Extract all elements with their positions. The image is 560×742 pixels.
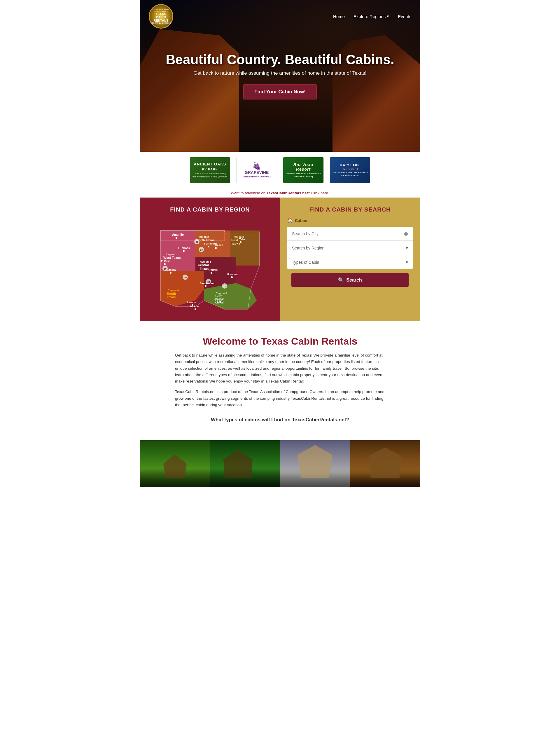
search-city-field[interactable]: ◎ (287, 227, 413, 241)
welcome-section: Welcome to Texas Cabin Rentals Get back … (140, 321, 420, 437)
chevron-down-icon: ▾ (387, 14, 389, 19)
location-icon: ◎ (404, 231, 408, 236)
cabin-types-question: What types of cabins will I find on Texa… (175, 417, 385, 423)
svg-text:Region 3: Region 3 (233, 235, 244, 238)
welcome-para-1: Get back to nature while assuming the am… (175, 352, 385, 384)
svg-text:South: South (167, 292, 176, 295)
svg-text:Coast: Coast (214, 298, 223, 301)
nav-home[interactable]: Home (333, 14, 345, 19)
svg-point-9 (183, 250, 185, 252)
svg-text:West Texas: West Texas (163, 256, 181, 259)
svg-text:Region 1: Region 1 (166, 253, 177, 256)
svg-point-11 (164, 263, 166, 265)
svg-text:Amarillo: Amarillo (172, 233, 184, 236)
advertise-bar: Want to advertise on TexasCabinRentals.n… (140, 189, 420, 198)
region-section: FIND A CABIN BY REGION .region1 { fill: … (140, 198, 280, 321)
main-nav: Vacation Rentals Across Texas TexasCabin… (140, 0, 420, 33)
chevron-down-icon-2: ▾ (406, 259, 408, 265)
svg-text:10: 10 (164, 268, 167, 270)
chevron-down-icon: ▾ (406, 245, 408, 251)
svg-text:27: 27 (196, 241, 198, 243)
svg-text:35: 35 (207, 281, 210, 283)
partner-katy-lake[interactable]: KATY LAKE RV RESORT 18 Acres on a 6 Acre… (330, 157, 371, 183)
type-dropdown-label: Types of Cabin (292, 260, 406, 265)
svg-text:Region 4: Region 4 (200, 260, 211, 263)
search-button-wrap: 🔍 Search (287, 269, 413, 291)
cabins-label: 🏠 Cabins (287, 218, 413, 223)
svg-text:Austin: Austin (210, 268, 218, 271)
svg-point-25 (231, 276, 233, 278)
search-type-field[interactable]: Types of Cabin ▾ (287, 255, 413, 269)
search-section: FIND A CABIN BY SEARCH 🏠 Cabins ◎ Search… (280, 198, 420, 321)
nav-links: Home Explore Regions ▾ Events (333, 14, 411, 19)
nav-explore[interactable]: Explore Regions ▾ (353, 14, 389, 19)
nav-events[interactable]: Events (398, 14, 411, 19)
hero-title: Beautiful Country. Beautiful Cabins. (166, 52, 394, 67)
search-region-field[interactable]: Search by Region ▾ (287, 241, 413, 255)
svg-text:20: 20 (200, 249, 203, 251)
search-icon: 🔍 (338, 277, 344, 283)
svg-text:Gulf: Gulf (215, 294, 222, 298)
svg-text:Region 2: Region 2 (198, 235, 209, 238)
rio-vista-tagline: Vacation rentals in the beautiful Texas … (286, 172, 321, 178)
svg-text:Texas: Texas (167, 295, 176, 299)
search-title: FIND A CABIN BY SEARCH (287, 206, 413, 213)
svg-point-21 (211, 272, 212, 274)
svg-text:Texas: Texas (200, 267, 209, 270)
svg-text:10: 10 (184, 276, 187, 279)
svg-text:Lubbock: Lubbock (178, 247, 190, 250)
welcome-para-2: TexasCabinRentals.net is a product of th… (175, 389, 385, 408)
ancient-oaks-tagline: Quiet Atmosphere & Hospitality will embr… (192, 172, 228, 178)
texas-map-container: .region1 { fill: #c44a6a; } .region2 { f… (146, 219, 274, 312)
svg-text:Region 6: Region 6 (168, 289, 179, 292)
svg-point-13 (170, 272, 171, 274)
welcome-title: Welcome to Texas Cabin Rentals (175, 335, 385, 347)
bottom-photos (140, 440, 420, 487)
svg-point-23 (205, 285, 207, 287)
svg-point-15 (208, 246, 210, 248)
svg-text:Dallas: Dallas (215, 244, 223, 247)
cabin-photo-3 (280, 440, 350, 487)
svg-text:10: 10 (223, 285, 226, 288)
svg-text:Odessa: Odessa (166, 268, 176, 271)
partner-grapevine[interactable]: 🍇 GRAPEVINE VINEYARDS CAMPING (236, 157, 277, 183)
cabin-photo-2 (210, 440, 280, 487)
cabin-photo-4 (350, 440, 420, 487)
site-logo[interactable]: Vacation Rentals Across Texas TexasCabin… (149, 4, 173, 29)
cabin-photo-1 (140, 440, 210, 487)
advertise-link[interactable]: TexasCabinRentals.net? (267, 191, 310, 195)
svg-marker-0 (160, 230, 195, 271)
main-grid: FIND A CABIN BY REGION .region1 { fill: … (140, 198, 420, 321)
svg-text:Laredo: Laredo (187, 301, 196, 304)
svg-text:Christi: Christi (215, 301, 224, 304)
svg-point-7 (176, 237, 177, 239)
partner-ancient-oaks[interactable]: ANCIENT OAKS RV PARK Quiet Atmosphere & … (189, 157, 230, 183)
svg-point-17 (215, 247, 217, 249)
svg-text:Central: Central (198, 263, 209, 267)
hero-content: Beautiful Country. Beautiful Cabins. Get… (160, 46, 400, 106)
svg-text:Texas: Texas (231, 242, 240, 246)
partner-rio-vista[interactable]: Rio Vista Resort Vacation rentals in the… (283, 157, 324, 183)
search-city-input[interactable] (292, 231, 404, 236)
home-icon: 🏠 (287, 218, 293, 223)
region-title: FIND A CABIN BY REGION (146, 206, 274, 213)
region-dropdown-label: Search by Region (292, 246, 406, 250)
hero-subtitle: Get back to nature while assuming the am… (166, 70, 394, 76)
svg-text:El Paso: El Paso (161, 260, 171, 263)
svg-text:East: East (231, 238, 238, 242)
hero-cta-button[interactable]: Find Your Cabin Now! (243, 84, 317, 100)
search-button[interactable]: 🔍 Search (291, 273, 409, 287)
partners-section: ANCIENT OAKS RV PARK Quiet Atmosphere & … (140, 152, 420, 189)
texas-map-svg[interactable]: .region1 { fill: #c44a6a; } .region2 { f… (155, 219, 266, 312)
svg-text:Houston: Houston (227, 273, 238, 276)
katy-lake-tagline: 18 Acres on a 6 Acre Lake Nestled in the… (332, 171, 368, 176)
search-form: ◎ Search by Region ▾ Types of Cabin ▾ (287, 227, 413, 269)
svg-marker-4 (160, 271, 204, 306)
logo-main-text: TexasCabinRentals (151, 12, 171, 22)
logo-tagline-top: Vacation Rentals Across Texas (151, 9, 171, 12)
svg-point-32 (194, 308, 196, 310)
logo-tagline-bottom: for Family & Friends (151, 22, 171, 24)
